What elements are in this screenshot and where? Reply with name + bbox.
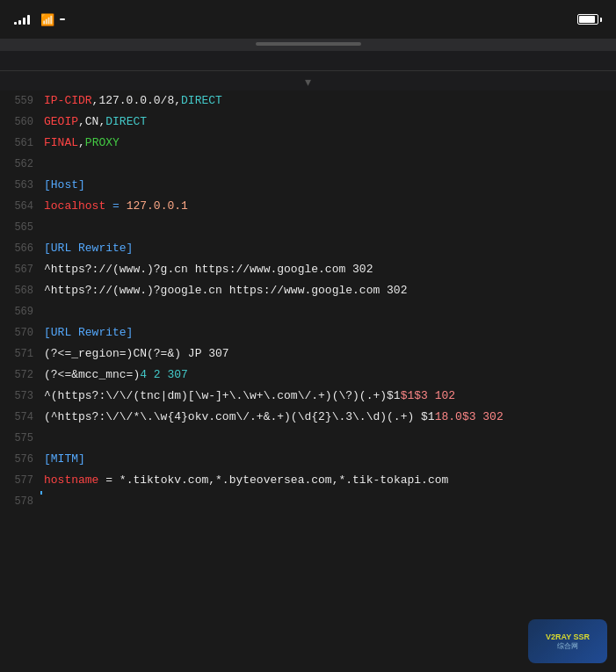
line-number: 578 bbox=[0, 491, 40, 512]
header-center bbox=[56, 61, 546, 63]
line-content[interactable]: [MITM] bbox=[40, 449, 616, 470]
line-content[interactable]: (?<=_region=)CN(?=&) JP 307 bbox=[40, 343, 616, 365]
table-row: 576[MITM] bbox=[0, 449, 616, 470]
line-content[interactable] bbox=[40, 491, 616, 495]
line-number: 562 bbox=[0, 154, 40, 175]
line-content[interactable]: [Host] bbox=[40, 175, 616, 196]
line-number: 567 bbox=[0, 259, 40, 280]
battery-icon bbox=[577, 14, 602, 25]
table-row: 564localhost = 127.0.0.1 bbox=[0, 196, 616, 217]
status-left: 📶 bbox=[14, 13, 65, 26]
file-header bbox=[0, 51, 616, 71]
table-row: 567^https?://(www.)?g.cn https://www.goo… bbox=[0, 259, 616, 280]
line-content[interactable]: ^https?://(www.)?google.cn https://www.g… bbox=[40, 280, 616, 301]
line-number: 574 bbox=[0, 407, 40, 428]
line-content[interactable]: IP-CIDR,127.0.0.0/8,DIRECT bbox=[40, 90, 616, 112]
table-row: 573^(https?:\/\/(tnc|dm)[\w-]+\.\w+\.com… bbox=[0, 386, 616, 407]
line-content[interactable] bbox=[40, 428, 616, 431]
line-number: 576 bbox=[0, 449, 40, 470]
line-number: 572 bbox=[0, 365, 40, 386]
line-number: 560 bbox=[0, 112, 40, 133]
line-content[interactable]: localhost = 127.0.0.1 bbox=[40, 196, 616, 217]
line-content[interactable]: [URL Rewrite] bbox=[40, 322, 616, 343]
line-number: 559 bbox=[0, 90, 40, 112]
status-bar: 📶 bbox=[0, 0, 616, 39]
table-row: 577hostname = *.tiktokv.com,*.byteoverse… bbox=[0, 470, 616, 491]
line-number: 566 bbox=[0, 238, 40, 259]
line-content[interactable]: [URL Rewrite] bbox=[40, 238, 616, 259]
line-number: 561 bbox=[0, 133, 40, 154]
table-row: 578 bbox=[0, 491, 616, 512]
table-row: 565 bbox=[0, 217, 616, 238]
table-row: 575 bbox=[0, 428, 616, 449]
line-number: 563 bbox=[0, 175, 40, 196]
signal-icon bbox=[14, 14, 30, 25]
wifi-icon: 📶 bbox=[40, 13, 54, 26]
line-number: 565 bbox=[0, 217, 40, 238]
line-content[interactable] bbox=[40, 154, 616, 157]
line-content[interactable]: (^https?:\/\/*\.\w{4}okv.com\/.+&.+)(\d{… bbox=[40, 407, 616, 428]
table-row: 561FINAL,PROXY bbox=[0, 133, 616, 154]
table-row: 563[Host] bbox=[0, 175, 616, 196]
table-row: 572(?<=&mcc_mnc=)4 2 307 bbox=[0, 365, 616, 386]
table-row: 570[URL Rewrite] bbox=[0, 322, 616, 343]
line-number: 569 bbox=[0, 301, 40, 322]
line-number: 573 bbox=[0, 386, 40, 407]
table-row: 559IP-CIDR,127.0.0.0/8,DIRECT bbox=[0, 90, 616, 112]
line-content[interactable] bbox=[40, 301, 616, 305]
drag-pill[interactable] bbox=[256, 42, 361, 46]
line-content[interactable]: GEOIP,CN,DIRECT bbox=[40, 112, 616, 133]
table-row: 569 bbox=[0, 301, 616, 322]
drag-handle-bar bbox=[0, 39, 616, 51]
table-row: 562 bbox=[0, 154, 616, 175]
line-content[interactable]: ^https?://(www.)?g.cn https://www.google… bbox=[40, 259, 616, 280]
watermark-text: V2RAY SSR bbox=[546, 632, 590, 641]
table-row: 571(?<=_region=)CN(?=&) JP 307 bbox=[0, 343, 616, 365]
chevron-down-icon: ▾ bbox=[305, 75, 311, 89]
table-row: 566[URL Rewrite] bbox=[0, 238, 616, 259]
status-right bbox=[573, 14, 602, 25]
line-number: 570 bbox=[0, 322, 40, 343]
line-number: 571 bbox=[0, 343, 40, 365]
vpn-badge bbox=[60, 18, 65, 20]
line-number: 568 bbox=[0, 280, 40, 301]
chevron-row: ▾ bbox=[0, 71, 616, 90]
line-content[interactable] bbox=[40, 217, 616, 220]
line-content[interactable]: (?<=&mcc_mnc=)4 2 307 bbox=[40, 365, 616, 386]
line-number: 577 bbox=[0, 470, 40, 491]
table-row: 574(^https?:\/\/*\.\w{4}okv.com\/.+&.+)(… bbox=[0, 407, 616, 428]
line-content[interactable]: ^(https?:\/\/(tnc|dm)[\w-]+\.\w+\.com\/.… bbox=[40, 386, 616, 407]
code-editor[interactable]: 559IP-CIDR,127.0.0.0/8,DIRECT560GEOIP,CN… bbox=[0, 90, 616, 512]
line-content[interactable]: FINAL,PROXY bbox=[40, 133, 616, 154]
line-number: 564 bbox=[0, 196, 40, 217]
line-content[interactable]: hostname = *.tiktokv.com,*.byteoversea.c… bbox=[40, 470, 616, 491]
line-number: 575 bbox=[0, 428, 40, 449]
watermark: V2RAY SSR 综合网 bbox=[528, 619, 607, 663]
table-row: 568^https?://(www.)?google.cn https://ww… bbox=[0, 280, 616, 301]
watermark-subtext: 综合网 bbox=[557, 641, 578, 651]
table-row: 560GEOIP,CN,DIRECT bbox=[0, 112, 616, 133]
